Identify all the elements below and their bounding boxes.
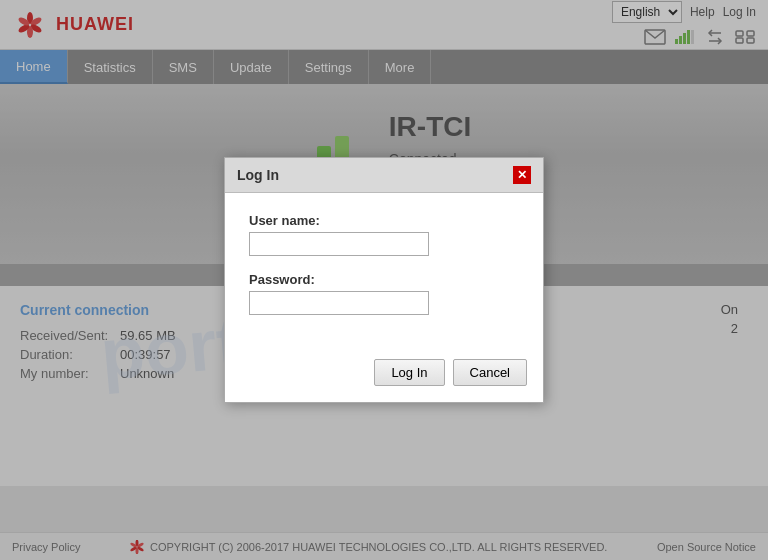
password-label: Password:: [249, 272, 519, 287]
modal-close-button[interactable]: ✕: [513, 166, 531, 184]
modal-title-bar: Log In ✕: [225, 158, 543, 193]
username-label: User name:: [249, 213, 519, 228]
username-input[interactable]: [249, 232, 429, 256]
login-modal: Log In ✕ User name: Password: Log In Can…: [224, 157, 544, 403]
modal-actions: Log In Cancel: [225, 351, 543, 402]
username-group: User name:: [249, 213, 519, 256]
modal-body: User name: Password:: [225, 193, 543, 351]
modal-login-button[interactable]: Log In: [374, 359, 444, 386]
password-input[interactable]: [249, 291, 429, 315]
modal-cancel-button[interactable]: Cancel: [453, 359, 527, 386]
modal-overlay: Log In ✕ User name: Password: Log In Can…: [0, 0, 768, 560]
modal-title: Log In: [237, 167, 279, 183]
password-group: Password:: [249, 272, 519, 315]
